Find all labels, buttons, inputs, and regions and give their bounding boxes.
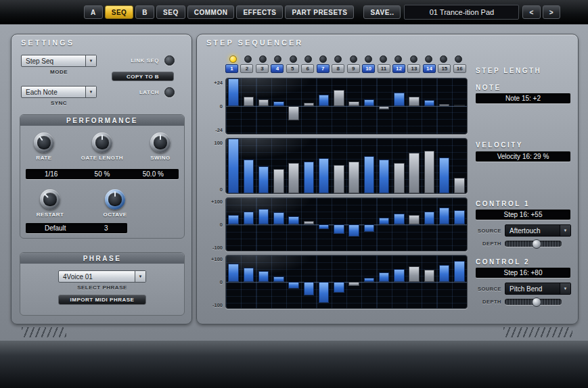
velocity-steps-bar-7[interactable] — [319, 158, 330, 193]
control1-steps-bar-1[interactable] — [228, 215, 239, 224]
seq-b-button[interactable]: SEQ — [156, 5, 185, 19]
control2-source-select[interactable]: Pitch Bend ▼ — [505, 283, 571, 295]
control2-steps-bar-12[interactable] — [394, 269, 405, 283]
note-steps-bar-5[interactable] — [288, 106, 299, 120]
control2-graph[interactable] — [225, 255, 468, 309]
velocity-steps-bar-3[interactable] — [258, 166, 269, 194]
control2-depth-slider[interactable] — [505, 299, 562, 305]
control1-steps-bar-5[interactable] — [288, 216, 299, 224]
control1-steps-bar-10[interactable] — [364, 224, 375, 232]
control1-depth-slider[interactable] — [505, 241, 562, 247]
velocity-steps-bar-11[interactable] — [379, 160, 390, 193]
save-button[interactable]: SAVE.. — [363, 5, 401, 19]
latch-led-button[interactable] — [164, 87, 175, 97]
note-steps-bar-9[interactable] — [348, 101, 359, 106]
velocity-steps-bar-2[interactable] — [244, 160, 254, 193]
step-button-5[interactable]: 5 — [286, 64, 299, 73]
step-button-15[interactable]: 15 — [438, 64, 451, 73]
part-b-button[interactable]: B — [135, 5, 154, 19]
control2-steps-bar-11[interactable] — [379, 272, 390, 282]
velocity-steps-bar-16[interactable] — [454, 178, 465, 193]
velocity-steps-bar-9[interactable] — [348, 162, 359, 193]
note-steps-bar-4[interactable] — [273, 101, 284, 106]
note-steps-bar-14[interactable] — [424, 100, 435, 106]
preset-display[interactable]: 01 Trance-ition Pad — [404, 5, 519, 20]
control2-depth-slider-thumb[interactable] — [532, 297, 541, 307]
velocity-steps-bar-8[interactable] — [334, 165, 344, 193]
note-steps-bar-16[interactable] — [454, 105, 465, 106]
sync-select[interactable]: Each Note ▼ — [21, 86, 97, 98]
control2-steps-bar-16[interactable] — [454, 261, 465, 282]
control2-steps-bar-4[interactable] — [273, 276, 284, 282]
control1-steps-bar-11[interactable] — [379, 218, 390, 224]
step-button-7[interactable]: 7 — [317, 64, 330, 73]
seq-a-button[interactable]: SEQ — [105, 5, 134, 19]
step-button-11[interactable]: 11 — [378, 64, 390, 73]
velocity-steps-bar-12[interactable] — [394, 163, 405, 193]
velocity-steps-bar-14[interactable] — [424, 151, 435, 193]
part-a-button[interactable]: A — [84, 5, 103, 19]
velocity-steps-bar-15[interactable] — [439, 157, 450, 193]
control2-steps-bar-1[interactable] — [228, 264, 239, 282]
note-steps-bar-12[interactable] — [394, 93, 405, 107]
import-midi-phrase-button[interactable]: IMPORT MIDI PHRASE — [58, 295, 146, 305]
control1-steps-bar-12[interactable] — [394, 214, 405, 224]
step-button-2[interactable]: 2 — [240, 64, 253, 73]
control1-steps-bar-8[interactable] — [334, 224, 344, 234]
step-button-9[interactable]: 9 — [347, 64, 360, 73]
control2-steps-bar-14[interactable] — [424, 270, 435, 282]
copy-to-b-button[interactable]: COPY TO B — [112, 72, 174, 81]
note-steps-bar-11[interactable] — [379, 106, 390, 110]
next-preset-button[interactable]: > — [543, 5, 560, 19]
velocity-graph[interactable] — [225, 138, 468, 194]
step-button-12[interactable]: 12 — [392, 64, 405, 73]
restart-knob[interactable] — [40, 189, 60, 210]
prev-preset-button[interactable]: < — [522, 5, 540, 19]
control2-steps-bar-5[interactable] — [288, 282, 299, 289]
step-button-4[interactable]: 4 — [271, 64, 284, 73]
mode-select[interactable]: Step Seq ▼ — [21, 55, 97, 67]
control1-depth-slider-thumb[interactable] — [532, 239, 541, 249]
control2-steps-bar-8[interactable] — [334, 282, 344, 293]
control1-steps-bar-13[interactable] — [409, 215, 420, 224]
control2-steps-bar-3[interactable] — [258, 271, 269, 282]
velocity-steps-bar-10[interactable] — [364, 156, 375, 193]
control1-steps-bar-2[interactable] — [244, 212, 254, 225]
note-steps-bar-7[interactable] — [319, 95, 330, 106]
step-button-10[interactable]: 10 — [362, 64, 375, 73]
step-button-13[interactable]: 13 — [407, 64, 420, 73]
control1-steps-bar-3[interactable] — [258, 209, 269, 224]
step-button-14[interactable]: 14 — [423, 64, 436, 73]
note-steps-bar-13[interactable] — [409, 97, 420, 106]
control2-steps-bar-2[interactable] — [244, 268, 254, 282]
velocity-steps-bar-1[interactable] — [228, 139, 239, 193]
select-phrase-dropdown[interactable]: 4Voice 01 ▼ — [58, 270, 146, 283]
note-steps-bar-2[interactable] — [244, 97, 254, 106]
swing-knob[interactable] — [150, 132, 171, 153]
octave-knob[interactable] — [105, 189, 125, 210]
control1-graph[interactable] — [225, 197, 468, 251]
step-button-1[interactable]: 1 — [225, 64, 238, 73]
control2-steps-bar-7[interactable] — [319, 282, 330, 303]
control1-steps-bar-15[interactable] — [439, 208, 450, 224]
control1-steps-bar-14[interactable] — [424, 212, 435, 225]
control2-steps-bar-6[interactable] — [304, 282, 315, 295]
note-steps-bar-10[interactable] — [364, 99, 375, 106]
step-button-3[interactable]: 3 — [256, 64, 269, 73]
rate-knob[interactable] — [34, 132, 54, 153]
note-steps-bar-3[interactable] — [258, 99, 269, 106]
control1-steps-bar-16[interactable] — [454, 210, 465, 224]
velocity-steps-bar-13[interactable] — [409, 153, 420, 193]
control2-steps-bar-15[interactable] — [439, 265, 450, 282]
step-button-8[interactable]: 8 — [332, 64, 344, 73]
control1-source-select[interactable]: Aftertouch ▼ — [505, 224, 571, 237]
control1-steps-bar-4[interactable] — [273, 212, 284, 224]
control1-steps-bar-6[interactable] — [304, 221, 315, 224]
velocity-steps-bar-6[interactable] — [304, 162, 315, 193]
step-button-16[interactable]: 16 — [453, 64, 466, 73]
note-steps-bar-6[interactable] — [304, 103, 315, 106]
control2-steps-bar-9[interactable] — [348, 282, 359, 286]
note-steps-bar-1[interactable] — [228, 78, 239, 106]
velocity-steps-bar-4[interactable] — [273, 169, 284, 193]
control2-steps-bar-10[interactable] — [364, 278, 375, 282]
